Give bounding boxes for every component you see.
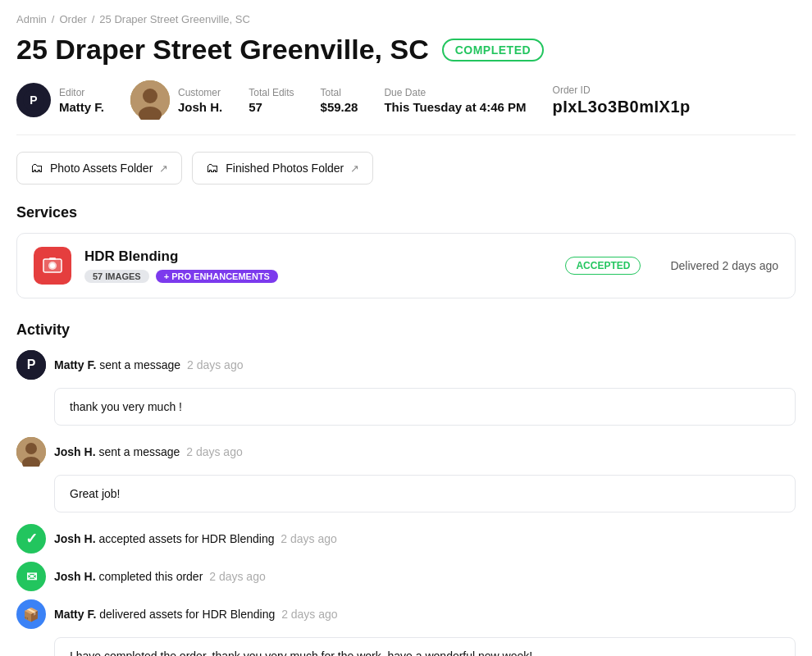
activity-text-1: Matty F. sent a message 2 days ago [54,358,243,371]
svg-rect-8 [49,257,56,260]
service-status-badge: ACCEPTED [565,257,641,275]
check-icon: ✓ [25,530,38,548]
page-title-row: 25 Draper Street Greenville, SC COMPLETE… [16,34,796,66]
activity-text-3: Josh H. accepted assets for HDR Blending… [54,532,337,545]
activity-item-4: ✉ Josh H. completed this order 2 days ag… [16,562,796,591]
pro-tag: + PRO ENHANCEMENTS [156,270,278,283]
due-date-value: This Tuesday at 4:46 PM [384,100,526,114]
editor-avatar: P [16,83,51,117]
photo-assets-label: Photo Assets Folder [50,162,153,175]
activity-time-4: 2 days ago [209,570,266,583]
activity-text-2: Josh H. sent a message 2 days ago [54,445,243,458]
service-info: HDR Blending 57 IMAGES + PRO ENHANCEMENT… [84,248,552,283]
customer-avatar [130,80,170,120]
activity-time-5: 2 days ago [281,608,338,621]
activity-avatar-bluebox: 📦 [16,599,46,629]
page-title: 25 Draper Street Greenville, SC [16,34,429,66]
finished-photos-label: Finished Photos Folder [226,162,344,175]
activity-time-3: 2 days ago [281,532,337,545]
svg-point-7 [50,263,55,268]
activity-avatar-matty-1: P [16,350,46,380]
svg-text:P: P [27,358,36,371]
message-bubble-1: thank you very much ! [54,388,796,426]
activity-section: Activity P Matty F. sent a message 2 day… [16,321,796,656]
due-date-block: Due Date This Tuesday at 4:46 PM [384,87,526,114]
customer-name: Josh H. [178,100,222,114]
service-tags: 57 IMAGES + PRO ENHANCEMENTS [84,270,552,283]
activity-time-2: 2 days ago [186,445,243,458]
status-badge: COMPLETED [442,39,544,61]
breadcrumb-current: 25 Draper Street Greenville, SC [99,13,250,25]
svg-point-3 [143,89,157,103]
breadcrumb-order[interactable]: Order [59,13,86,25]
activity-action-5: delivered assets for HDR Blending [99,608,275,621]
total-value: $59.28 [321,100,358,114]
service-card: HDR Blending 57 IMAGES + PRO ENHANCEMENT… [16,233,796,298]
activity-title: Activity [16,321,796,339]
activity-action-2: sent a message [98,445,180,458]
message-icon: ✉ [26,569,37,585]
activity-item: P Matty F. sent a message 2 days ago [16,350,796,380]
activity-text-5: Matty F. delivered assets for HDR Blendi… [54,608,338,621]
service-delivery: Delivered 2 days ago [670,259,778,272]
activity-action-3: accepted assets for HDR Blending [98,532,274,545]
activity-actor-2: Josh H. [54,445,96,458]
activity-text-4: Josh H. completed this order 2 days ago [54,570,266,583]
activity-item-2: Josh H. sent a message 2 days ago [16,437,796,467]
activity-actor-1: Matty F. [54,358,96,371]
total-label: Total [321,87,358,98]
activity-item-5: 📦 Matty F. delivered assets for HDR Blen… [16,599,796,629]
meta-row: P Editor Matty F. Customer Josh H. Total… [16,80,796,135]
activity-actor-4: Josh H. [54,570,96,583]
folder-buttons: 🗂 Photo Assets Folder ↗ 🗂 Finished Photo… [16,152,796,184]
services-title: Services [16,204,796,221]
svg-point-12 [25,443,37,454]
activity-actor-3: Josh H. [54,532,96,545]
folder-icon: 🗂 [30,161,43,175]
service-icon-box [34,247,71,285]
message-bubble-5: I have completed the order, thank you ve… [54,637,796,656]
activity-action-1: sent a message [99,358,180,371]
editor-name: Matty F. [59,100,104,114]
images-tag: 57 IMAGES [84,270,149,283]
activity-item-3: ✓ Josh H. accepted assets for HDR Blendi… [16,524,796,554]
services-section: Services HDR Blending 57 IMAGES + PRO EN… [16,204,796,298]
order-id-label: Order ID [553,84,691,96]
total-edits-label: Total Edits [249,87,294,98]
activity-action-4: completed this order [98,570,203,583]
service-name: HDR Blending [84,248,552,265]
activity-avatar-greenmsg: ✉ [16,562,46,591]
box-icon: 📦 [23,607,39,622]
activity-avatar-josh-1 [16,437,46,467]
photo-assets-folder-button[interactable]: 🗂 Photo Assets Folder ↗ [16,152,182,184]
due-date-label: Due Date [384,87,526,98]
activity-time-1: 2 days ago [187,358,244,371]
breadcrumb-admin[interactable]: Admin [16,13,47,25]
total-edits-block: Total Edits 57 [249,87,294,114]
total-edits-value: 57 [249,100,294,114]
external-link-icon-2: ↗ [350,162,359,175]
activity-avatar-greencheck: ✓ [16,524,46,554]
order-id-value: pIxL3o3B0mIX1p [553,98,691,116]
finished-photos-folder-button[interactable]: 🗂 Finished Photos Folder ↗ [192,152,373,184]
breadcrumb: Admin / Order / 25 Draper Street Greenvi… [16,13,796,25]
customer-block: Customer Josh H. [130,80,222,120]
message-bubble-2: Great job! [54,475,796,512]
editor-label: Editor [59,87,104,98]
customer-label: Customer [178,87,222,98]
folder-icon-2: 🗂 [206,161,219,175]
editor-block: P Editor Matty F. [16,83,104,117]
activity-actor-5: Matty F. [54,608,96,621]
external-link-icon: ↗ [159,162,168,175]
svg-text:P: P [30,93,37,107]
total-block: Total $59.28 [321,87,358,114]
order-id-block: Order ID pIxL3o3B0mIX1p [553,84,691,116]
